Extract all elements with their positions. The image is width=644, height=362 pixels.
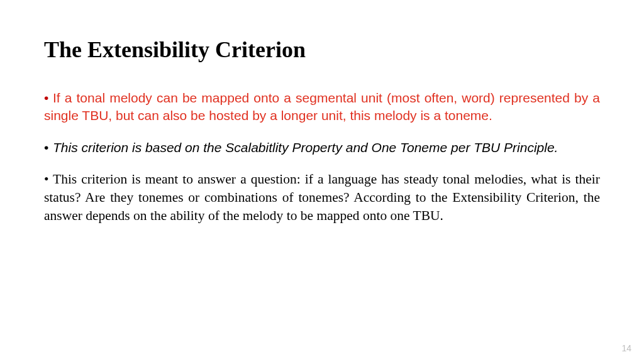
bullet-3: •This criterion is meant to answer a que…	[44, 170, 600, 225]
bullet-2: •This criterion is based on the Scalabit…	[44, 139, 600, 156]
bullet-marker-icon: •	[44, 139, 53, 156]
bullet-2-text: This criterion is based on the Scalabitl…	[53, 140, 558, 155]
slide-title: The Extensibility Criterion	[44, 36, 600, 63]
slide-body: The Extensibility Criterion •If a tonal …	[0, 0, 644, 264]
bullet-1-text: If a tonal melody can be mapped onto a s…	[44, 90, 600, 123]
bullet-marker-icon: •	[44, 89, 53, 107]
bullet-3-text: This criterion is meant to answer a ques…	[44, 172, 600, 223]
bullet-1: •If a tonal melody can be mapped onto a …	[44, 89, 600, 125]
page-number: 14	[621, 343, 631, 353]
bullet-marker-icon: •	[44, 170, 53, 189]
